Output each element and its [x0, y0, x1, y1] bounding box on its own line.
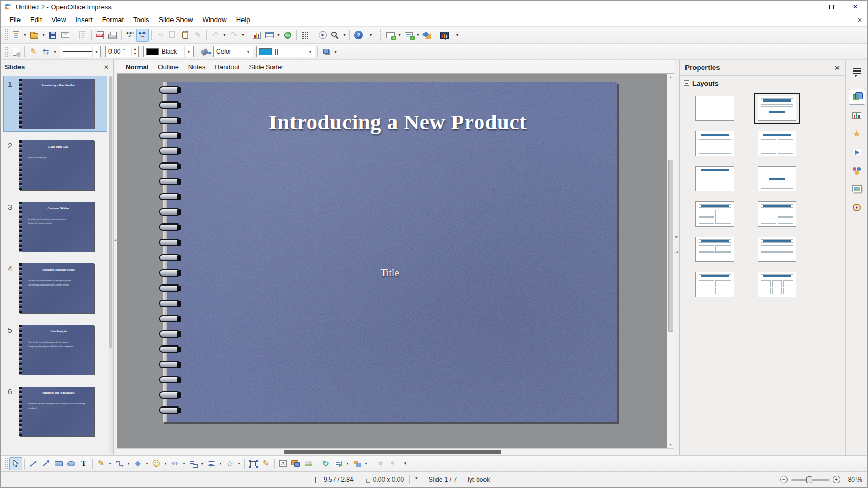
line-width-value[interactable]: 0.00 "	[106, 48, 131, 55]
slide-thumbnail-preview[interactable]: Long-term GoalState the intended goal	[19, 140, 94, 190]
open-dropdown[interactable]: ▾	[41, 29, 46, 42]
layout-four-content[interactable]	[695, 272, 734, 297]
toolbar-options-drawing-button[interactable]: ▾	[399, 458, 411, 470]
select-button[interactable]	[9, 458, 22, 470]
menu-file[interactable]: File	[5, 14, 25, 26]
left-panel-splitter[interactable]: ◂	[114, 60, 117, 455]
insert-table-button[interactable]	[263, 29, 276, 42]
cut-button[interactable]: ✂	[154, 29, 166, 42]
menu-edit[interactable]: Edit	[25, 14, 46, 26]
slide-show-start-button[interactable]	[438, 29, 451, 42]
slide-thumbnail-4[interactable]: 4Fulfilling Customer NeedsDescribe how f…	[4, 261, 107, 316]
menu-help[interactable]: Help	[231, 14, 255, 26]
display-grid-button[interactable]	[299, 29, 311, 42]
symbol-shapes-dropdown[interactable]: ▾	[163, 458, 168, 470]
scroll-down-icon[interactable]: ▾	[667, 442, 674, 447]
fill-type-dropdown[interactable]: ▾	[244, 46, 253, 57]
new-document-dropdown[interactable]: ▾	[22, 29, 28, 42]
block-arrows-button[interactable]: ⇔	[168, 458, 181, 470]
arrow-style-button[interactable]: ⇆	[39, 45, 52, 58]
open-button[interactable]	[28, 29, 41, 42]
toolbar-grip[interactable]	[4, 29, 8, 41]
document-as-email-button[interactable]	[59, 29, 72, 42]
toolbar-options-line-dropdown[interactable]: ▾	[332, 45, 338, 58]
toolbar-grip[interactable]	[4, 46, 8, 57]
expand-right-chevron-icon[interactable]: ◂	[674, 250, 679, 255]
copy-button[interactable]	[166, 29, 179, 42]
redo-button[interactable]: ↷	[227, 29, 240, 42]
shadow-button[interactable]	[320, 45, 332, 58]
tab-normal[interactable]: Normal	[122, 62, 153, 73]
navigator-button[interactable]	[316, 29, 329, 42]
flowchart-button[interactable]	[187, 458, 199, 470]
line-width-spin-buttons[interactable]: ▲▼	[131, 47, 138, 56]
new-slide-dropdown[interactable]: ▾	[397, 29, 402, 42]
redo-dropdown[interactable]: ▾	[240, 29, 246, 42]
stars-button[interactable]: ☆	[224, 458, 236, 470]
slide-thumbnail-preview[interactable]: Cost AnalysisPoint out the financial adv…	[19, 325, 94, 375]
slide-thumbnail-3[interactable]: 3Customer WishesDescribe what the custom…	[4, 199, 107, 255]
flowchart-dropdown[interactable]: ▾	[199, 458, 205, 470]
slide-counter[interactable]: Slide 1 / 7	[423, 476, 462, 483]
export-as-pdf-button[interactable]	[94, 29, 106, 42]
edit-file-button[interactable]	[76, 29, 89, 42]
basic-shapes-dropdown[interactable]: ▾	[144, 458, 150, 470]
ellipse-button[interactable]	[65, 458, 77, 470]
sidebar-tab-gallery[interactable]	[849, 181, 865, 197]
slides-panel-close-button[interactable]: ✕	[104, 64, 109, 71]
vertical-scrollbar-thumb[interactable]	[668, 160, 673, 332]
layout-centered-text[interactable]	[758, 166, 796, 191]
layout-title-slide[interactable]	[758, 96, 796, 121]
collapse-right-chevron-icon[interactable]: ▸	[674, 234, 679, 239]
layout-two-content-and-content[interactable]	[695, 201, 734, 227]
collapse-section-icon[interactable]: −	[684, 80, 689, 86]
maximize-button[interactable]	[819, 1, 843, 13]
layout-two-content-over-content[interactable]	[695, 237, 734, 262]
alignment-button[interactable]	[332, 458, 345, 470]
menu-view[interactable]: View	[46, 14, 70, 26]
minimize-button[interactable]: ─	[795, 1, 819, 13]
zoom-dropdown[interactable]: ▾	[341, 29, 347, 42]
insert-table-dropdown[interactable]: ▾	[276, 29, 281, 42]
sidebar-tab-styles-and-formatting[interactable]	[849, 162, 865, 178]
toolbar-grip[interactable]	[4, 458, 8, 470]
line-ends-with-arrow-button[interactable]	[39, 458, 52, 470]
connector-dropdown[interactable]: ▾	[126, 458, 132, 470]
rectangle-button[interactable]	[52, 458, 65, 470]
tab-slide-sorter[interactable]: Slide Sorter	[245, 62, 288, 73]
undo-dropdown[interactable]: ▾	[221, 29, 227, 42]
slide-thumbnail-preview[interactable]: Introducing a New Product	[19, 79, 94, 129]
layout-blank[interactable]	[695, 96, 734, 121]
callouts-button[interactable]	[205, 458, 218, 470]
clone-formatting-button[interactable]: ✎	[191, 29, 204, 42]
interaction-button[interactable]: ☚	[374, 458, 386, 470]
fontwork-gallery-button[interactable]: A	[277, 458, 289, 470]
connector-button[interactable]	[113, 458, 126, 470]
arrow-style-dropdown[interactable]: ▾	[52, 45, 58, 58]
glue-points-button[interactable]: ✎	[259, 458, 272, 470]
paste-button[interactable]	[179, 29, 191, 42]
slide-thumbnail-5[interactable]: 5Cost AnalysisPoint out the financial ad…	[4, 322, 107, 378]
symbol-shapes-button[interactable]: ☺	[150, 458, 163, 470]
curve-button[interactable]: ✎	[95, 458, 107, 470]
slide-thumbnail-6[interactable]: 6Strengths and AdvantagesSummarize the s…	[4, 384, 107, 439]
horizontal-scrollbar[interactable]	[117, 448, 674, 455]
layout-content-over-content[interactable]	[758, 237, 796, 262]
line-button[interactable]	[27, 458, 39, 470]
line-width-spinner[interactable]: 0.00 "▲▼	[105, 46, 139, 57]
toolbar-options-button[interactable]: ▾	[365, 29, 377, 42]
sidebar-tab-properties[interactable]	[849, 89, 865, 105]
callouts-dropdown[interactable]: ▾	[218, 458, 224, 470]
from-file-button[interactable]	[302, 458, 315, 470]
sidebar-tab-sidebar-menu[interactable]	[849, 63, 865, 79]
spellcheck-button[interactable]: ABC✓	[124, 29, 136, 42]
text-button[interactable]: T	[77, 458, 90, 470]
new-document-button[interactable]	[9, 29, 22, 42]
styles-and-formatting-button[interactable]	[9, 45, 22, 58]
arrange-button[interactable]	[350, 458, 363, 470]
area-style-button[interactable]	[198, 45, 211, 58]
alignment-dropdown[interactable]: ▾	[345, 458, 350, 470]
layout-six-content[interactable]	[758, 272, 796, 297]
line-style-dropdown[interactable]: ▾	[92, 46, 100, 57]
insert-chart-button[interactable]	[250, 29, 263, 42]
